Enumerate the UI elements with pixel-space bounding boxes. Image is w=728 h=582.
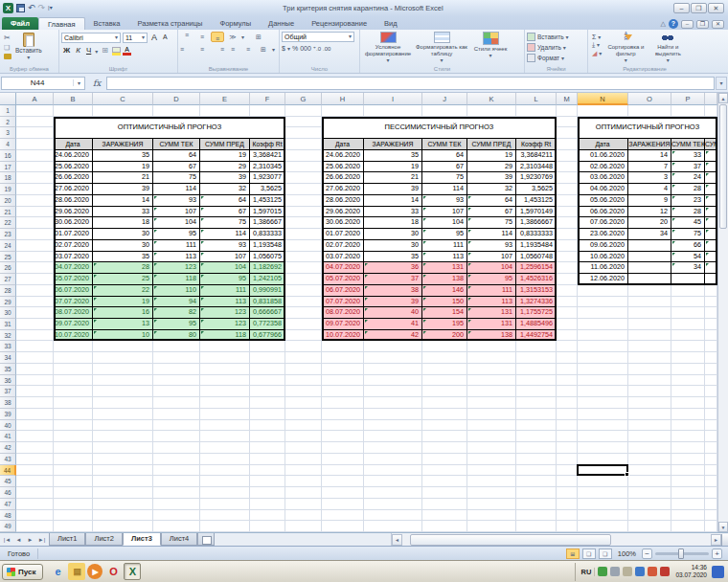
row-header-46[interactable]: 46 [0,487,16,499]
column-header-O[interactable]: O [628,93,671,105]
table-cell[interactable] [705,229,717,240]
table-cell[interactable]: 41 [364,319,422,330]
table-cell[interactable]: 33 [93,207,153,218]
table-cell[interactable]: 1,193548 [250,240,285,252]
table-cell[interactable]: 1,3274336 [516,297,557,308]
row-header-27[interactable]: 27 [0,274,16,285]
table-cell[interactable]: 19 [364,162,422,173]
table-cell[interactable]: 75 [467,217,516,229]
row-header-24[interactable]: 24 [0,240,16,252]
save-icon[interactable] [16,4,25,12]
align-top-button[interactable]: ≡ [180,32,193,42]
ribbon-tab-Главная[interactable]: Главная [38,17,85,30]
table-cell[interactable]: 64 [200,195,250,207]
table-cell[interactable]: 28 [671,207,705,218]
table-cell[interactable]: 30.06.2020 [322,217,364,229]
table-cell[interactable]: 113 [200,297,250,308]
table-cell[interactable]: 1,453125 [516,195,557,207]
table-cell[interactable]: 04.07.2020 [54,262,93,274]
table-cell[interactable]: 75 [671,229,705,240]
table-cell[interactable]: 1,242105 [250,274,285,285]
autosum-button[interactable]: Σ ▾ [592,34,602,40]
row-header-35[interactable]: 35 [0,364,16,375]
table-cell[interactable]: 54 [671,252,705,263]
format-painter-icon[interactable] [4,54,11,59]
opera-icon[interactable]: O [104,563,122,580]
column-header-A[interactable]: A [16,93,54,105]
table-cell[interactable]: 64 [153,150,200,162]
percent-style-button[interactable]: % [292,45,298,52]
table-cell[interactable] [705,150,717,162]
table-cell[interactable]: 39 [364,297,422,308]
table-cell[interactable]: 29 [200,162,250,173]
row-header-4[interactable]: 4 [0,139,16,150]
restore-button[interactable]: ❐ [691,3,707,13]
table-cell[interactable]: 05.07.2020 [54,274,93,285]
prev-sheet-icon[interactable]: ◄ [13,537,24,543]
column-header-D[interactable]: D [153,93,200,105]
format-cells-button[interactable]: Формат▾ [527,53,585,63]
table-cell[interactable]: 107 [422,207,467,218]
sheet-tab-Лист3[interactable]: Лист3 [123,533,161,546]
row-header-30[interactable]: 30 [0,307,16,319]
shrink-font-button[interactable]: А [161,32,170,43]
copy-icon[interactable]: ❏ [4,44,11,52]
ribbon-tab-Разметка страницы[interactable]: Разметка страницы [128,17,211,30]
row-header-25[interactable]: 25 [0,252,16,263]
table-cell[interactable]: 28 [93,262,153,274]
row-header-22[interactable]: 22 [0,217,16,229]
zoom-slider-thumb[interactable] [678,548,684,559]
row-header-44[interactable]: 44 [0,465,16,477]
table-cell[interactable]: 75 [153,172,200,184]
column-header-F[interactable]: F [250,93,285,105]
table-cell[interactable]: 27.06.2020 [322,184,364,195]
table-cell[interactable]: 1,1755725 [516,307,557,319]
table-cell[interactable]: 111 [422,240,467,252]
paste-dropdown-icon[interactable]: ▾ [27,54,30,60]
table-cell[interactable]: 07.07.2020 [54,297,93,308]
accounting-dropdown-icon[interactable]: ▾ [287,45,290,52]
table-cell[interactable]: 29.06.2020 [322,207,364,218]
table-cell[interactable]: 195 [422,319,467,330]
table-cell[interactable]: 2,3103448 [516,162,557,173]
table-cell[interactable]: 1,4885496 [516,319,557,330]
table-cell[interactable]: 39 [200,172,250,184]
table-cell[interactable]: 1,182692 [250,262,285,274]
table-cell[interactable]: 146 [422,285,467,297]
row-header-23[interactable]: 23 [0,229,16,240]
table-cell[interactable] [705,240,717,252]
table-cell[interactable]: 14 [364,195,422,207]
table-cell[interactable]: 154 [422,307,467,319]
table-cell[interactable] [628,262,671,274]
table-cell[interactable]: 93 [467,240,516,252]
row-header-3[interactable]: 3 [0,127,16,139]
table-cell[interactable]: 10 [93,330,153,342]
conditional-formatting-button[interactable]: Условное форматирование▾ [362,32,414,64]
table-cell[interactable]: 40 [364,307,422,319]
row-header-2[interactable]: 2 [0,117,16,128]
minimize-button[interactable]: – [673,3,690,13]
align-center-button[interactable]: ≡ [195,44,209,55]
table-cell[interactable]: 104 [153,217,200,229]
table-cell[interactable]: 20 [628,217,671,229]
table-cell[interactable]: 3,3684211 [516,150,557,162]
table-cell[interactable]: 3 [628,172,671,184]
scroll-right-icon[interactable]: ► [711,534,721,546]
undo-icon[interactable]: ↶ [28,3,35,13]
clear-button[interactable]: ◢ ▾ [592,50,602,57]
table-cell[interactable]: 19 [200,150,250,162]
table-cell[interactable] [705,162,717,173]
table-cell[interactable]: 1,4492754 [516,330,557,342]
table-cell[interactable]: 14 [628,150,671,162]
column-header-E[interactable]: E [200,93,250,105]
table-cell[interactable]: 114 [467,229,516,240]
table-cell[interactable]: 123 [200,307,250,319]
table-cell[interactable]: 200 [422,330,467,342]
table-cell[interactable]: 25.06.2020 [322,162,364,173]
table-cell[interactable]: 12 [628,207,671,218]
accounting-format-button[interactable]: $ [282,45,285,52]
table-cell[interactable]: 16 [93,307,153,319]
table-cell[interactable]: 18 [93,217,153,229]
merge-dropdown-icon[interactable]: ▾ [272,46,275,53]
table-cell[interactable]: 95 [200,274,250,285]
